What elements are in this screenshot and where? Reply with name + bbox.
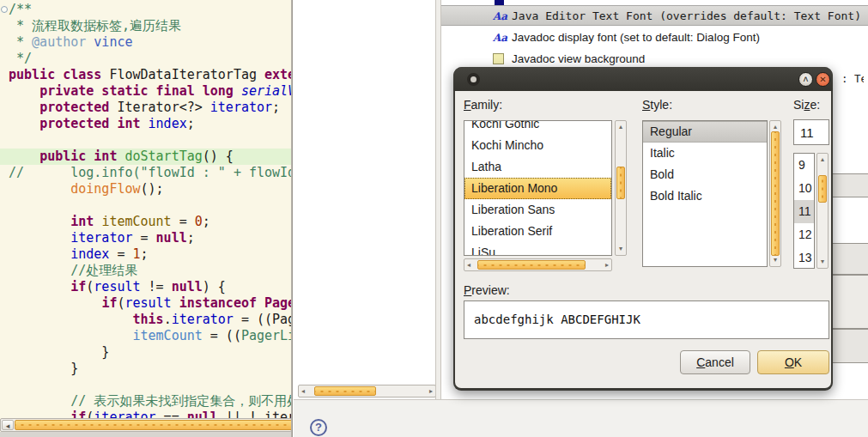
font-size-option[interactable]: 12 [794, 223, 814, 246]
preview-box[interactable]: abcdefghijk ABCDEFGHIJK [464, 300, 829, 339]
font-setting-label: Javadoc display font (set to default: Di… [512, 27, 760, 48]
code-token: ; [272, 100, 280, 115]
code-token: result [124, 295, 171, 311]
code-token: doingFlow [70, 181, 140, 197]
code-line: private static final long serialV [9, 83, 292, 100]
dialog-titlebar[interactable]: ˄ ✕ [453, 67, 833, 91]
font-setting-row[interactable]: AaJavadoc display font (set to default: … [441, 27, 868, 48]
editor-hscrollbar[interactable]: ◂ [0, 418, 292, 432]
code-token: if [101, 295, 117, 311]
code-token: null [156, 230, 187, 246]
code-line: * @author vince [9, 34, 292, 51]
scroll-right-icon[interactable]: ▸ [429, 387, 433, 394]
style-vscrollbar[interactable]: ▴ ▾ [769, 120, 781, 267]
code-token: iterator [70, 230, 132, 246]
help-button[interactable]: ? [310, 419, 327, 436]
style-list[interactable]: RegularItalicBoldBold Italic [642, 120, 768, 267]
ok-button[interactable]: OK [757, 350, 829, 374]
tree-hscrollbar[interactable]: ◂ ▸ [298, 385, 436, 398]
size-input[interactable] [793, 119, 829, 145]
font-style-option[interactable]: Bold Italic [643, 185, 767, 207]
code-token: Page [264, 295, 292, 311]
font-setting-row[interactable]: AaJava Editor Text Font (overrides defau… [441, 5, 868, 26]
font-style-option[interactable]: Bold [643, 164, 767, 185]
java-editor[interactable]: /** * 流程取数据标签,遍历结果 * @author vince */pub… [0, 0, 292, 437]
code-line: } [9, 361, 292, 377]
family-hscrollbar[interactable]: ◂ ▸ [464, 258, 612, 271]
font-size-option[interactable]: 13 [794, 246, 814, 269]
close-button[interactable]: ✕ [816, 72, 830, 87]
code-area[interactable]: /** * 流程取数据标签,遍历结果 * @author vince */pub… [9, 2, 292, 426]
scroll-left-icon[interactable]: ◂ [2, 420, 14, 430]
font-setting-label: Java Editor Text Font (overrides default… [512, 6, 861, 27]
font-family-option[interactable]: LiSu [464, 242, 611, 256]
scroll-up-icon[interactable]: ▴ [616, 124, 626, 130]
code-line: // log.info("flowId : " + flowId [9, 165, 292, 181]
cancel-button[interactable]: Cancel [680, 350, 750, 374]
family-vscrollbar-thumb[interactable] [616, 167, 625, 199]
code-token: instanceof [179, 295, 257, 311]
pane-splitter[interactable] [435, 0, 441, 399]
code-line: /** [9, 2, 292, 18]
scroll-down-icon[interactable]: ▾ [616, 246, 626, 252]
font-family-option[interactable]: Liberation Mono [464, 178, 611, 199]
code-token: () { [203, 149, 234, 164]
scroll-right-icon[interactable]: ▸ [605, 261, 609, 268]
font-size-option[interactable]: 9 [794, 154, 814, 177]
editor-gutter [0, 0, 9, 437]
code-token [9, 246, 70, 262]
code-token: null [172, 279, 203, 294]
scroll-left-icon[interactable]: ◂ [467, 261, 470, 268]
window-icon [467, 73, 480, 86]
font-style-option[interactable]: Italic [643, 143, 767, 164]
size-vscrollbar[interactable]: ▴ ▾ [816, 153, 829, 269]
code-token: // 表示如果未找到指定集合，则不用处 [70, 393, 292, 409]
code-token: this [133, 312, 164, 327]
preferences-nav-tree[interactable] [294, 0, 435, 399]
code-token: ; [187, 116, 195, 131]
preferences-bottom-bar: ? [294, 399, 868, 437]
code-token [9, 181, 70, 197]
family-hscrollbar-thumb[interactable] [477, 260, 586, 270]
scroll-up-icon[interactable]: ▴ [817, 156, 828, 163]
font-style-option[interactable]: Regular [643, 121, 767, 143]
family-vscrollbar[interactable]: ▴ ▾ [615, 120, 627, 256]
code-token: int [70, 214, 101, 229]
code-token: PagerLi [241, 328, 292, 343]
size-vscrollbar-thumb[interactable] [818, 175, 827, 203]
scroll-down-icon[interactable]: ▾ [770, 257, 780, 264]
dialog-body: Family: Kochi GothicKochi MinchoLathaLib… [455, 91, 831, 388]
editor-hscrollbar-thumb[interactable] [15, 420, 292, 430]
family-list[interactable]: Kochi GothicKochi MinchoLathaLiberation … [464, 120, 612, 256]
screen: /** * 流程取数据标签,遍历结果 * @author vince */pub… [0, 0, 868, 437]
code-line [9, 132, 292, 149]
font-family-option[interactable]: Liberation Sans [464, 199, 611, 221]
font-family-option[interactable]: Latha [464, 156, 611, 178]
unmaximize-button[interactable]: ˄ [798, 72, 813, 87]
code-token [9, 100, 39, 115]
code-token: * [9, 34, 32, 50]
code-token: exte [264, 67, 292, 82]
fold-marker-icon[interactable] [1, 6, 8, 13]
scroll-left-icon[interactable]: ◂ [301, 387, 305, 394]
font-family-option[interactable]: Kochi Gothic [464, 120, 611, 135]
code-token: ; [141, 246, 149, 262]
code-token: ; [187, 230, 195, 246]
tree-hscrollbar-thumb[interactable] [314, 386, 376, 396]
code-line: public class FlowDataIteratorTag exte [9, 67, 292, 83]
code-token: index [149, 116, 187, 131]
code-token [9, 230, 70, 246]
font-size-option[interactable]: 11 [794, 200, 814, 223]
code-token [9, 263, 70, 278]
size-list[interactable]: 910111213 [793, 153, 815, 269]
code-line [9, 197, 292, 214]
font-size-option[interactable]: 10 [794, 177, 814, 200]
code-line: public int doStartTag() { [0, 149, 292, 165]
code-line [9, 377, 292, 393]
font-family-option[interactable]: Liberation Serif [464, 221, 611, 242]
style-vscrollbar-thumb[interactable] [771, 131, 780, 256]
code-token: //处理结果 [70, 263, 137, 278]
scroll-up-icon[interactable]: ▴ [770, 124, 780, 130]
font-family-option[interactable]: Kochi Mincho [464, 135, 611, 156]
scroll-down-icon[interactable]: ▾ [817, 258, 828, 265]
